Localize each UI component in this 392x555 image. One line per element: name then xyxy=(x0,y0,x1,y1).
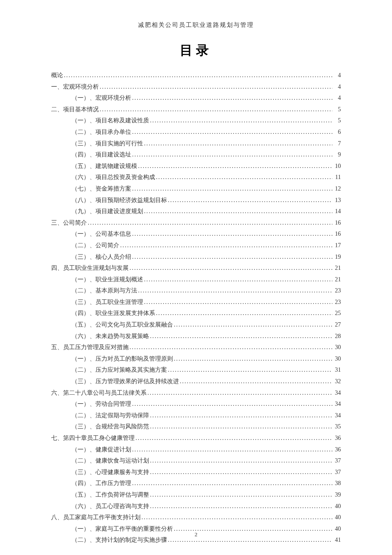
toc-entry: （四）、职业生涯发展支持体系25 xyxy=(51,308,341,319)
toc-entry: （一）、劳动合同管理34 xyxy=(51,399,341,410)
toc-entry-label: 三、公司简介 xyxy=(51,217,87,229)
toc-leader-dots xyxy=(149,115,332,127)
toc-entry-page: 4 xyxy=(332,92,341,104)
toc-entry-label: 五、员工压力管理及应对措施 xyxy=(51,342,129,353)
toc-leader-dots xyxy=(143,138,332,150)
toc-entry-label: 六、第二十八章公司与员工法律关系 xyxy=(51,387,147,399)
toc-entry: （三）、项目实施的可行性7 xyxy=(51,138,341,150)
toc-entry-label: （八）、项目预期经济效益规划目标 xyxy=(72,195,167,206)
toc-entry-label: （二）、压力应对策略及其实施方案 xyxy=(72,364,167,376)
toc-leader-dots xyxy=(131,149,332,161)
toc-entry: （三）、员工职业生涯管理23 xyxy=(51,297,341,308)
toc-leader-dots xyxy=(131,183,332,195)
toc-leader-dots xyxy=(119,240,332,251)
toc-entry-page: 35 xyxy=(332,421,341,433)
toc-entry-label: （一）、宏观环境分析 xyxy=(72,92,131,104)
toc-entry-page: 34 xyxy=(332,410,341,422)
toc-entry-label: （五）、建筑物建设规模 xyxy=(72,161,137,172)
toc-leader-dots xyxy=(137,285,332,297)
toc-entry: 五、员工压力管理及应对措施30 xyxy=(51,342,341,353)
toc-leader-dots xyxy=(155,308,332,319)
toc-entry: 二、项目基本情况5 xyxy=(51,104,341,116)
toc-entry-page: 23 xyxy=(332,285,341,297)
toc-entry: （四）、项目建设选址9 xyxy=(51,149,341,161)
toc-entry: （五）、建筑物建设规模10 xyxy=(51,161,341,172)
toc-entry-label: （二）、基本原则与方法 xyxy=(72,285,137,297)
toc-leader-dots xyxy=(149,410,332,422)
toc-entry-label: （三）、合规经营与风险防范 xyxy=(72,421,149,433)
toc-entry-page: 30 xyxy=(332,342,341,353)
toc-leader-dots xyxy=(155,172,332,183)
toc-entry-page: 40 xyxy=(332,501,341,512)
toc-entry-label: （一）、劳动合同管理 xyxy=(72,399,131,410)
toc-entry: 七、第四十章员工身心健康管理36 xyxy=(51,433,341,444)
toc-leader-dots xyxy=(173,319,332,331)
page-number: 2 xyxy=(0,531,392,538)
toc-leader-dots xyxy=(99,81,332,93)
toc-entry-label: （一）、健康促进计划 xyxy=(72,444,131,456)
toc-entry-label: （六）、项目总投资及资金构成 xyxy=(72,172,155,183)
toc-entry-label: （六）、未来趋势与发展策略 xyxy=(72,331,149,342)
toc-entry-page: 14 xyxy=(332,206,341,217)
toc-entry: （九）、项目建设进度规划14 xyxy=(51,206,341,217)
toc-leader-dots xyxy=(149,501,332,512)
toc-entry: （二）、公司简介17 xyxy=(51,240,341,251)
toc-entry-page: 13 xyxy=(332,195,341,206)
toc-leader-dots xyxy=(173,353,332,365)
toc-entry-label: 概论 xyxy=(51,70,63,81)
toc-leader-dots xyxy=(129,342,332,353)
toc-entry-label: （九）、项目建设进度规划 xyxy=(72,206,143,217)
toc-entry-page: 32 xyxy=(332,376,341,387)
toc-entry-label: （一）、公司基本信息 xyxy=(72,228,131,240)
toc-entry-page: 36 xyxy=(332,433,341,444)
toc-entry-label: （一）、职业生涯规划概述 xyxy=(72,274,143,286)
toc-entry-label: （二）、项目承办单位 xyxy=(72,127,131,138)
toc-leader-dots xyxy=(131,92,332,104)
toc-entry-page: 25 xyxy=(332,308,341,319)
toc-leader-dots xyxy=(143,274,332,286)
toc-entry-label: （三）、压力管理效果的评估及持续改进 xyxy=(72,376,179,387)
toc-entry-label: （五）、公司文化与员工职业发展融合 xyxy=(72,319,173,331)
toc-leader-dots xyxy=(135,433,332,444)
toc-entry-page: 23 xyxy=(332,297,341,308)
toc-entry: （一）、宏观环境分析4 xyxy=(51,92,341,104)
toc-leader-dots xyxy=(141,512,332,523)
toc-leader-dots xyxy=(167,195,332,206)
toc-entry: （二）、法定假期与劳动保障34 xyxy=(51,410,341,422)
toc-entry-page: 10 xyxy=(332,161,341,172)
toc-leader-dots xyxy=(143,297,332,308)
toc-entry-label: （一）、项目名称及建设性质 xyxy=(72,115,149,127)
toc-entry: （三）、核心人员介绍19 xyxy=(51,251,341,263)
document-header-title: 减肥相关公司员工职业道路规划与管理 xyxy=(51,21,341,29)
toc-entry: （六）、未来趋势与发展策略28 xyxy=(51,331,341,342)
toc-entry: 四、员工职业生涯规划与发展21 xyxy=(51,263,341,274)
toc-entry: （五）、工作负荷评估与调整39 xyxy=(51,489,341,501)
toc-entry: （一）、公司基本信息16 xyxy=(51,228,341,240)
toc-leader-dots xyxy=(149,331,332,342)
toc-entry: 一、宏观环境分析4 xyxy=(51,81,341,93)
toc-entry-page: 38 xyxy=(332,478,341,489)
toc-entry-page: 28 xyxy=(332,331,341,342)
toc-entry: （七）、资金筹措方案12 xyxy=(51,183,341,195)
toc-entry-label: （三）、核心人员介绍 xyxy=(72,251,131,263)
toc-entry-label: （七）、资金筹措方案 xyxy=(72,183,131,195)
toc-entry-page: 37 xyxy=(332,467,341,478)
toc-entry-page: 30 xyxy=(332,353,341,365)
toc-leader-dots xyxy=(149,421,332,433)
table-of-contents: 概论4一、宏观环境分析4（一）、宏观环境分析4二、项目基本情况5（一）、项目名称… xyxy=(51,70,341,546)
toc-entry: （二）、压力应对策略及其实施方案31 xyxy=(51,364,341,376)
toc-entry: （三）、心理健康服务与支持37 xyxy=(51,467,341,478)
toc-entry: （六）、项目总投资及资金构成11 xyxy=(51,172,341,183)
toc-entry-page: 6 xyxy=(332,127,341,138)
toc-entry-label: （四）、职业生涯发展支持体系 xyxy=(72,308,155,319)
toc-entry-page: 4 xyxy=(332,81,341,93)
toc-entry-label: （四）、项目建设选址 xyxy=(72,149,131,161)
toc-entry-page: 16 xyxy=(332,217,341,229)
toc-entry-page: 16 xyxy=(332,228,341,240)
toc-leader-dots xyxy=(131,127,332,138)
toc-leader-dots xyxy=(149,489,332,501)
toc-entry-label: （二）、健康饮食与运动计划 xyxy=(72,455,149,467)
toc-entry-label: （一）、压力对员工的影响及管理原则 xyxy=(72,353,173,365)
toc-leader-dots xyxy=(149,455,332,467)
toc-entry-page: 21 xyxy=(332,263,341,274)
